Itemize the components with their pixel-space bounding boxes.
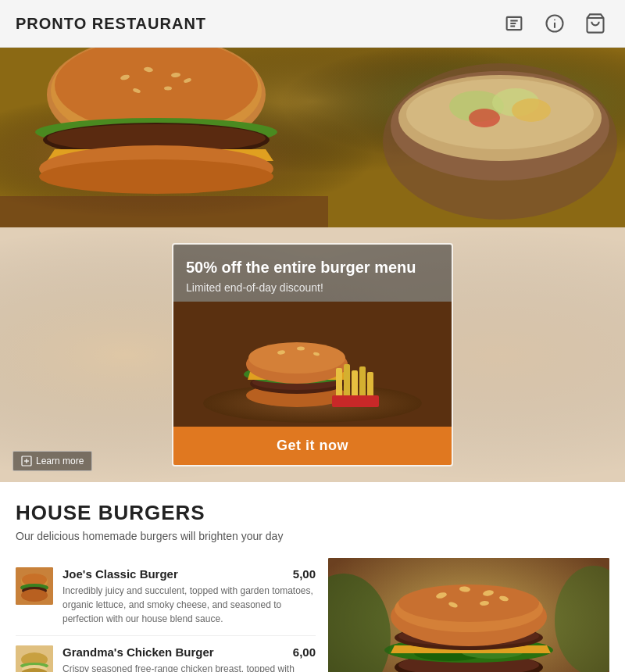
svg-point-36 <box>469 109 500 127</box>
promo-headline: 50% off the entire burger menu <box>186 259 439 277</box>
svg-rect-56 <box>332 395 379 407</box>
app-title: PRONTO RESTAURANT <box>16 15 206 33</box>
item-name: Joe's Classic Burger <box>62 567 178 581</box>
svg-point-6 <box>554 19 555 20</box>
promo-card-top: 50% off the entire burger menu Limited e… <box>173 245 452 302</box>
banner-section: 50% off the entire burger menu Limited e… <box>0 227 625 482</box>
svg-point-35 <box>512 98 551 122</box>
menu-content: Joe's Classic Burger 5,00 Incredibly jui… <box>16 558 609 672</box>
item-price: 5,00 <box>293 567 316 581</box>
item-name: Grandma's Chicken Burger <box>62 645 214 659</box>
burger-photo-background <box>328 558 609 672</box>
section-title: HOUSE BURGERS <box>16 501 609 525</box>
svg-point-47 <box>248 342 345 374</box>
app-header: PRONTO RESTAURANT <box>0 0 625 48</box>
item-info: Grandma's Chicken Burger 6,00 Crispy sea… <box>62 645 316 672</box>
item-header: Joe's Classic Burger 5,00 <box>62 567 316 581</box>
learn-more-button[interactable]: Learn more <box>12 451 92 471</box>
item-info: Joe's Classic Burger 5,00 Incredibly jui… <box>62 567 316 626</box>
learn-more-label: Learn more <box>36 456 84 466</box>
promo-card: 50% off the entire burger menu Limited e… <box>172 243 453 466</box>
item-thumbnail <box>16 645 53 672</box>
promo-subtitle: Limited end-of-day discount! <box>186 281 439 294</box>
hero-background <box>0 48 625 227</box>
svg-point-27 <box>39 159 273 194</box>
section-image <box>328 558 609 672</box>
menu-icon[interactable] <box>500 9 528 38</box>
item-thumbnail <box>16 567 53 605</box>
svg-point-19 <box>164 87 172 91</box>
header-icons <box>500 9 609 38</box>
info-icon[interactable] <box>541 9 569 38</box>
promo-image <box>173 302 452 427</box>
item-description: Incredibly juicy and succulent, topped w… <box>62 584 316 626</box>
get-it-now-button[interactable]: Get it now <box>173 427 452 465</box>
svg-point-49 <box>297 347 305 351</box>
menu-item[interactable]: Grandma's Chicken Burger 6,00 Crispy sea… <box>16 636 316 672</box>
hero-image <box>0 48 625 227</box>
item-description: Crispy seasoned free-range chicken breas… <box>62 662 316 672</box>
burger-photo-inner <box>328 558 609 672</box>
menu-section: HOUSE BURGERS Our delicious homemade bur… <box>0 482 625 672</box>
svg-point-65 <box>21 589 48 602</box>
menu-items-list: Joe's Classic Burger 5,00 Incredibly jui… <box>16 558 316 672</box>
svg-rect-28 <box>0 196 328 227</box>
menu-item[interactable]: Joe's Classic Burger 5,00 Incredibly jui… <box>16 558 316 636</box>
item-price: 6,00 <box>293 645 316 659</box>
item-header: Grandma's Chicken Burger 6,00 <box>62 645 316 659</box>
cart-icon[interactable] <box>581 9 609 38</box>
section-description: Our delicious homemade burgers will brig… <box>16 530 609 542</box>
